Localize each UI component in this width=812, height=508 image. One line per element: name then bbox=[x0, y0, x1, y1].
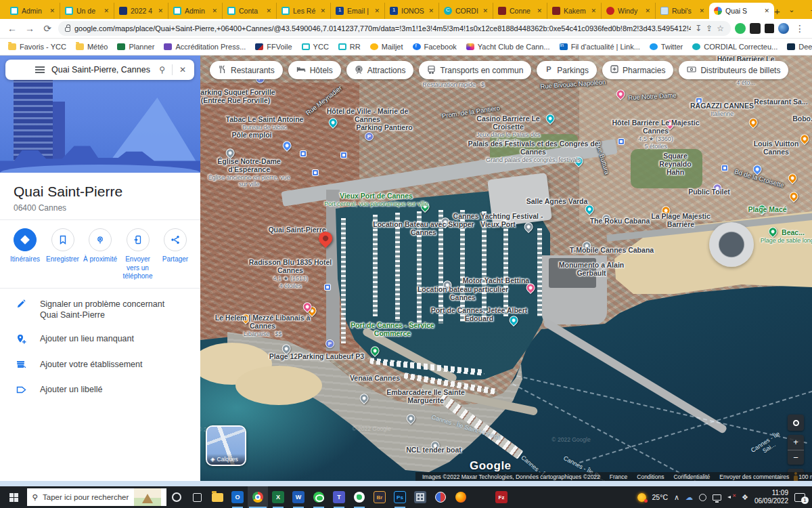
chip-bed[interactable]: Hôtels bbox=[288, 61, 341, 79]
tab-close-icon[interactable]: ✕ bbox=[49, 7, 55, 14]
parking-pin[interactable]: P bbox=[325, 339, 334, 348]
bus-stop-icon[interactable] bbox=[300, 150, 307, 157]
tab-close-icon[interactable]: ✕ bbox=[645, 7, 650, 14]
bookmark-item[interactable]: Yacht Club de Cann... bbox=[466, 43, 550, 51]
tab-close-icon[interactable]: ✕ bbox=[212, 7, 217, 14]
bus-stop-icon[interactable] bbox=[340, 152, 347, 158]
taskbar-task-view[interactable] bbox=[187, 486, 207, 508]
browser-tab[interactable]: Conta✕ bbox=[222, 3, 276, 19]
chip-ferris[interactable]: Attractions bbox=[346, 61, 414, 79]
reload-icon[interactable]: ⟳ bbox=[41, 23, 54, 34]
bookmark-item[interactable]: Fil d'actualité | Link... bbox=[560, 43, 640, 51]
tab-close-icon[interactable]: ✕ bbox=[428, 7, 434, 14]
search-input[interactable]: Quai Saint-Pierre, Cannes bbox=[51, 65, 152, 75]
taskbar-cortana[interactable] bbox=[166, 486, 187, 508]
volume-muted-icon[interactable] bbox=[727, 494, 736, 501]
extension-icon[interactable] bbox=[750, 23, 761, 34]
bus-stop-icon[interactable] bbox=[618, 138, 625, 145]
sidebar-link[interactable]: Ajouter un lieu manquant bbox=[0, 327, 200, 353]
tab-close-icon[interactable]: ✕ bbox=[158, 7, 163, 14]
action-nearby[interactable]: À proximité bbox=[82, 228, 118, 281]
minimize-icon[interactable]: — bbox=[803, 0, 812, 19]
tray-chevron-icon[interactable]: ∧ bbox=[674, 493, 679, 502]
taskbar-search[interactable]: ⚲ Taper ici pour rechercher bbox=[27, 488, 166, 506]
chip-cash[interactable]: Distributeurs de billets bbox=[679, 61, 788, 79]
taskbar-excel[interactable] bbox=[268, 486, 288, 508]
tab-close-icon[interactable]: ✕ bbox=[104, 7, 109, 14]
chip-pletter[interactable]: PParkings bbox=[537, 61, 597, 79]
bookmark-star-icon[interactable]: ☆ bbox=[717, 24, 724, 33]
action-send[interactable]: Envoyer vers un téléphone bbox=[120, 228, 156, 281]
bus-stop-icon[interactable] bbox=[312, 169, 319, 176]
browser-tab[interactable]: Email |✕ bbox=[330, 3, 384, 19]
taskbar-firefox[interactable] bbox=[451, 486, 471, 508]
chip-cross[interactable]: Pharmacies bbox=[602, 61, 673, 79]
zoom-in-button[interactable]: + bbox=[788, 435, 804, 450]
sidebar-link[interactable]: Signaler un problème concernant Quai Sai… bbox=[0, 293, 200, 328]
clock[interactable]: 11:09 06/09/2022 bbox=[754, 489, 788, 505]
new-tab-button[interactable]: + bbox=[774, 3, 780, 19]
taskbar-cloud[interactable] bbox=[471, 486, 491, 508]
bookmark-item[interactable]: Twitter bbox=[650, 43, 683, 51]
tab-close-icon[interactable]: ✕ bbox=[374, 7, 380, 14]
browser-tab[interactable]: CORDI✕ bbox=[438, 3, 493, 19]
tab-close-icon[interactable]: ✕ bbox=[764, 7, 769, 14]
onedrive-icon[interactable]: ☁ bbox=[685, 493, 693, 502]
bookmark-item[interactable]: Facebook bbox=[413, 43, 457, 51]
taskbar-evernote[interactable] bbox=[349, 486, 369, 508]
menu-icon[interactable] bbox=[35, 66, 45, 73]
bookmark-item[interactable]: Mailjet bbox=[370, 43, 403, 51]
attribution-link[interactable]: France bbox=[610, 473, 627, 480]
browser-tab[interactable]: Admin✕ bbox=[5, 3, 60, 19]
map-canvas[interactable]: RestaurantsHôtelsAttractionsTransports e… bbox=[200, 56, 812, 481]
sidebar-link[interactable]: Ajouter un libellé bbox=[0, 378, 200, 403]
search-icon[interactable]: ⚲ bbox=[159, 65, 165, 75]
browser-tab[interactable]: Un de✕ bbox=[60, 3, 114, 19]
bookmark-item[interactable]: CORDIAL Correcteu... bbox=[692, 43, 777, 51]
search-box[interactable]: Quai Saint-Pierre, Cannes ⚲ ✕ bbox=[5, 60, 194, 80]
chip-fork[interactable]: Restaurants bbox=[210, 61, 283, 79]
tab-search-icon[interactable]: ⌄ bbox=[780, 0, 803, 19]
network-display-icon[interactable] bbox=[713, 494, 721, 501]
action-share[interactable]: Partager bbox=[157, 228, 194, 281]
back-icon[interactable]: ← bbox=[5, 23, 19, 34]
tab-close-icon[interactable]: ✕ bbox=[699, 7, 704, 14]
url-text[interactable]: google.com/maps/place/Quai+Saint-Pierre,… bbox=[74, 24, 691, 33]
evernote-extension-icon[interactable] bbox=[735, 23, 746, 34]
address-bar[interactable]: google.com/maps/place/Quai+Saint-Pierre,… bbox=[58, 21, 731, 36]
install-icon[interactable]: ↧ bbox=[695, 24, 702, 33]
taskbar-word[interactable] bbox=[288, 486, 309, 508]
share-icon[interactable]: ⇪ bbox=[706, 24, 713, 33]
taskbar-teams[interactable] bbox=[329, 486, 349, 508]
browser-tab[interactable]: Windy✕ bbox=[601, 3, 655, 19]
browser-tab[interactable]: Conne✕ bbox=[493, 3, 547, 19]
browser-tab[interactable]: Les Ré✕ bbox=[276, 3, 330, 19]
tab-close-icon[interactable]: ✕ bbox=[591, 7, 596, 14]
status-circle-icon[interactable] bbox=[699, 494, 706, 501]
taskbar-file-explorer[interactable] bbox=[207, 486, 227, 508]
sidebar-link[interactable]: Ajouter votre établissement bbox=[0, 353, 200, 378]
weather-icon[interactable] bbox=[637, 493, 646, 502]
browser-tab[interactable]: Quai S✕ bbox=[709, 3, 774, 19]
tab-close-icon[interactable]: ✕ bbox=[266, 7, 271, 14]
bookmark-item[interactable]: YCC bbox=[302, 43, 329, 51]
bus-stop-icon[interactable] bbox=[696, 98, 702, 104]
bus-stop-icon[interactable] bbox=[324, 284, 331, 291]
browser-tab[interactable]: Admin✕ bbox=[168, 3, 222, 19]
chip-bus[interactable]: Transports en commun bbox=[419, 61, 531, 79]
action-directions[interactable]: Itinéraires bbox=[7, 228, 43, 281]
browser-tab[interactable]: Rubi's✕ bbox=[655, 3, 709, 19]
bookmark-item[interactable]: DeepL bbox=[787, 43, 812, 51]
taskbar-photoshop[interactable] bbox=[390, 486, 410, 508]
browser-tab[interactable]: Kakem✕ bbox=[547, 3, 601, 19]
bookmark-item[interactable]: Accréditation Press... bbox=[164, 43, 246, 51]
forward-icon[interactable]: → bbox=[23, 23, 37, 34]
clear-search-icon[interactable]: ✕ bbox=[179, 65, 186, 75]
profile-avatar[interactable] bbox=[778, 23, 789, 34]
attribution-link[interactable]: Conditions bbox=[637, 473, 664, 480]
browser-menu-icon[interactable]: ⋮ bbox=[793, 23, 807, 34]
search-highlight-image[interactable] bbox=[134, 488, 161, 506]
action-bookmark[interactable]: Enregistrer bbox=[45, 228, 81, 281]
tab-close-icon[interactable]: ✕ bbox=[320, 7, 325, 14]
dropbox-icon[interactable]: ❖ bbox=[742, 493, 748, 502]
